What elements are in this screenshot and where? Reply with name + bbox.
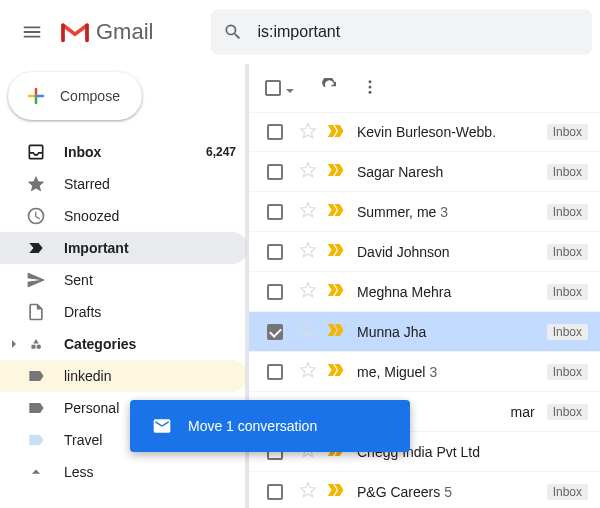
tag-icon [26,430,46,450]
svg-point-2 [369,85,372,88]
sender: David Johnson [357,244,539,260]
sidebar-item-label: Drafts [64,304,236,320]
inbox-badge: Inbox [547,324,588,340]
sender: Sagar Naresh [357,164,539,180]
search-input[interactable] [257,23,580,41]
email-checkbox[interactable] [267,324,283,340]
inbox-badge: Inbox [547,364,588,380]
sidebar-item-snoozed[interactable]: Snoozed [0,200,248,232]
sidebar-item-less[interactable]: Less [0,456,248,488]
inbox-badge: Inbox [547,284,588,300]
gmail-logo-text: Gmail [96,19,153,45]
important-marker[interactable] [327,203,345,220]
inbox-count: 6,247 [206,145,236,159]
email-row[interactable]: me, Miguel3 Inbox [249,352,600,392]
svg-point-0 [37,345,42,350]
email-row[interactable]: Kevin Burleson-Webb. Inbox [249,112,600,152]
email-row[interactable]: Munna Jha Inbox [249,312,600,352]
compose-button[interactable]: Compose [8,72,142,120]
thread-count: 3 [440,204,448,220]
important-marker[interactable] [327,483,345,500]
sidebar-item-label: linkedin [64,368,236,384]
sidebar-item-label: Sent [64,272,236,288]
email-checkbox[interactable] [267,484,283,500]
tag-icon [26,366,46,386]
email-checkbox[interactable] [267,364,283,380]
select-all-checkbox[interactable] [265,80,281,96]
chevron-down-icon[interactable] [285,83,295,93]
email-checkbox[interactable] [267,284,283,300]
email-checkbox[interactable] [267,204,283,220]
svg-point-3 [369,90,372,93]
important-marker[interactable] [327,163,345,180]
sidebar-item-important[interactable]: Important [0,232,248,264]
star-button[interactable] [299,241,317,262]
star-button[interactable] [299,201,317,222]
refresh-icon [321,78,339,96]
sidebar-item-categories[interactable]: Categories [0,328,248,360]
sidebar-item-label: Important [64,240,236,256]
star-button[interactable] [299,361,317,382]
email-row[interactable]: Sagar Naresh Inbox [249,152,600,192]
inbox-badge: Inbox [547,244,588,260]
email-row[interactable]: Summer, me3 Inbox [249,192,600,232]
sidebar-item-drafts[interactable]: Drafts [0,296,248,328]
inbox-badge: Inbox [547,124,588,140]
inbox-badge: Inbox [547,164,588,180]
refresh-button[interactable] [321,78,339,99]
clock-icon [26,206,46,226]
gmail-logo[interactable]: Gmail [60,19,153,45]
toolbar [249,64,600,112]
sidebar-category-linkedin[interactable]: linkedin [0,360,248,392]
email-row[interactable]: P&G Careers5 Inbox [249,472,600,508]
more-vert-icon [361,78,379,96]
sender: P&G Careers5 [357,484,539,500]
sidebar-item-starred[interactable]: Starred [0,168,248,200]
gmail-m-icon [60,20,90,44]
email-checkbox[interactable] [267,124,283,140]
search-icon [223,22,243,42]
star-button[interactable] [299,481,317,502]
thread-count: 5 [444,484,452,500]
tag-icon [26,398,46,418]
important-marker[interactable] [327,323,345,340]
inbox-badge: Inbox [547,484,588,500]
header: Gmail [0,0,600,64]
move-toast[interactable]: Move 1 conversation [130,400,410,452]
email-checkbox[interactable] [267,164,283,180]
star-button[interactable] [299,122,317,143]
sent-icon [26,270,46,290]
star-button[interactable] [299,161,317,182]
email-row[interactable]: Meghna Mehra Inbox [249,272,600,312]
drafts-icon [26,302,46,322]
important-marker[interactable] [327,243,345,260]
toast-text: Move 1 conversation [188,418,317,434]
plus-icon [24,84,48,108]
star-button[interactable] [299,321,317,342]
email-row[interactable]: David Johnson Inbox [249,232,600,272]
sidebar-item-label: Starred [64,176,236,192]
sidebar-item-sent[interactable]: Sent [0,264,248,296]
select-all[interactable] [265,80,295,96]
menu-button[interactable] [8,8,56,56]
inbox-badge: Inbox [547,404,588,420]
categories-icon [26,334,46,354]
star-button[interactable] [299,281,317,302]
svg-point-1 [369,80,372,83]
important-marker[interactable] [327,283,345,300]
important-marker[interactable] [327,363,345,380]
sender: Meghna Mehra [357,284,539,300]
sender: me, Miguel3 [357,364,539,380]
sidebar-item-label: Less [64,464,236,480]
more-button[interactable] [361,78,379,99]
important-marker[interactable] [327,124,345,141]
chevron-up-icon [26,462,46,482]
compose-label: Compose [60,88,120,104]
search-bar[interactable] [211,9,592,55]
mail-icon [152,416,172,436]
sidebar-item-inbox[interactable]: Inbox 6,247 [0,136,248,168]
hamburger-icon [21,21,43,43]
important-icon [26,238,46,258]
inbox-badge: Inbox [547,204,588,220]
email-checkbox[interactable] [267,244,283,260]
